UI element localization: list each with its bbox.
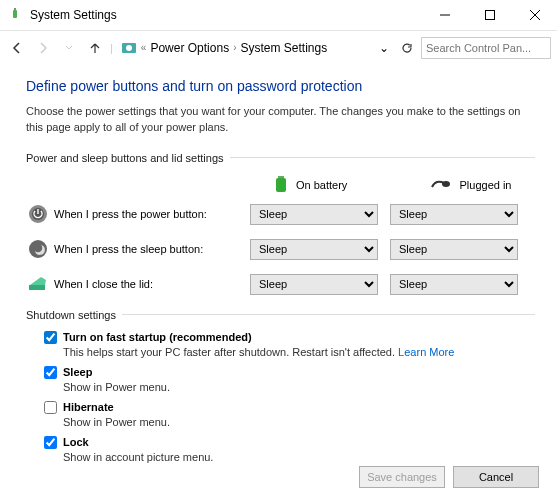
window-title: System Settings <box>30 8 422 22</box>
power-plugged-select[interactable]: Sleep <box>390 204 518 225</box>
svg-rect-0 <box>13 10 17 18</box>
lid-plugged-select[interactable]: Sleep <box>390 274 518 295</box>
svg-rect-3 <box>485 11 494 20</box>
breadcrumb-item[interactable]: System Settings <box>240 41 327 55</box>
lid-battery-select[interactable]: Sleep <box>250 274 378 295</box>
up-button[interactable] <box>84 37 106 59</box>
hibernate-desc: Show in Power menu. <box>63 416 535 428</box>
power-battery-select[interactable]: Sleep <box>250 204 378 225</box>
col-label: Plugged in <box>460 179 512 191</box>
footer: Save changes Cancel <box>359 466 539 488</box>
hibernate-label: Hibernate <box>63 401 114 413</box>
search-input[interactable] <box>421 37 551 59</box>
breadcrumb-dropdown[interactable]: ⌄ <box>379 41 389 55</box>
power-button-icon <box>26 204 50 224</box>
lock-label: Lock <box>63 436 89 448</box>
minimize-button[interactable] <box>422 0 467 30</box>
divider <box>230 157 535 158</box>
close-button[interactable] <box>512 0 557 30</box>
group-shutdown: Shutdown settings <box>26 309 535 321</box>
row-label: When I press the power button: <box>50 208 250 220</box>
group-label: Power and sleep buttons and lid settings <box>26 152 224 164</box>
forward-button[interactable] <box>32 37 54 59</box>
page-title: Define power buttons and turn on passwor… <box>26 78 535 94</box>
row-lid: When I close the lid: Sleep Sleep <box>26 274 535 295</box>
svg-point-10 <box>442 181 450 187</box>
hibernate-checkbox[interactable] <box>44 401 57 414</box>
save-button[interactable]: Save changes <box>359 466 445 488</box>
sleep-plugged-select[interactable]: Sleep <box>390 239 518 260</box>
chevron-right-icon: › <box>233 42 236 53</box>
lid-icon <box>26 275 50 293</box>
svg-rect-8 <box>278 176 284 178</box>
divider <box>122 314 535 315</box>
breadcrumb[interactable]: « Power Options › System Settings ⌄ <box>117 40 393 56</box>
svg-rect-9 <box>276 178 286 192</box>
fast-startup-label: Turn on fast startup (recommended) <box>63 331 252 343</box>
content-area: Define power buttons and turn on passwor… <box>0 64 557 463</box>
fast-startup-checkbox[interactable] <box>44 331 57 344</box>
sleep-checkbox[interactable] <box>44 366 57 379</box>
cancel-button[interactable]: Cancel <box>453 466 539 488</box>
maximize-button[interactable] <box>467 0 512 30</box>
row-power-button: When I press the power button: Sleep Sle… <box>26 204 535 225</box>
fast-startup-desc: This helps start your PC faster after sh… <box>63 346 535 358</box>
nav-separator: | <box>110 42 113 54</box>
svg-rect-14 <box>29 285 45 290</box>
lock-desc: Show in account picture menu. <box>63 451 535 463</box>
control-panel-icon <box>121 40 137 56</box>
row-label: When I close the lid: <box>50 278 250 290</box>
navbar: | « Power Options › System Settings ⌄ <box>0 30 557 64</box>
col-battery: On battery <box>274 174 380 196</box>
titlebar: System Settings <box>0 0 557 30</box>
group-buttons-lid: Power and sleep buttons and lid settings <box>26 152 535 164</box>
col-plugged: Plugged in <box>430 174 536 196</box>
back-button[interactable] <box>6 37 28 59</box>
power-options-icon <box>8 7 24 23</box>
sleep-battery-select[interactable]: Sleep <box>250 239 378 260</box>
row-sleep-button: When I press the sleep button: Sleep Sle… <box>26 239 535 260</box>
page-intro: Choose the power settings that you want … <box>26 104 535 136</box>
plug-icon <box>430 177 452 193</box>
shutdown-hibernate: Hibernate Show in Power menu. <box>44 401 535 428</box>
group-label: Shutdown settings <box>26 309 116 321</box>
chevron-right-icon: « <box>141 42 147 53</box>
breadcrumb-item[interactable]: Power Options <box>150 41 229 55</box>
sleep-desc: Show in Power menu. <box>63 381 535 393</box>
svg-rect-1 <box>14 8 16 10</box>
col-label: On battery <box>296 179 347 191</box>
shutdown-lock: Lock Show in account picture menu. <box>44 436 535 463</box>
refresh-button[interactable] <box>397 38 417 58</box>
battery-icon <box>274 174 288 196</box>
learn-more-link[interactable]: Learn More <box>398 346 454 358</box>
lock-checkbox[interactable] <box>44 436 57 449</box>
row-label: When I press the sleep button: <box>50 243 250 255</box>
sleep-label: Sleep <box>63 366 92 378</box>
recent-dropdown[interactable] <box>58 37 80 59</box>
shutdown-fast-startup: Turn on fast startup (recommended) This … <box>44 331 535 358</box>
column-headers: On battery Plugged in <box>274 174 535 196</box>
svg-point-7 <box>126 45 132 51</box>
sleep-button-icon <box>26 239 50 259</box>
shutdown-sleep: Sleep Show in Power menu. <box>44 366 535 393</box>
